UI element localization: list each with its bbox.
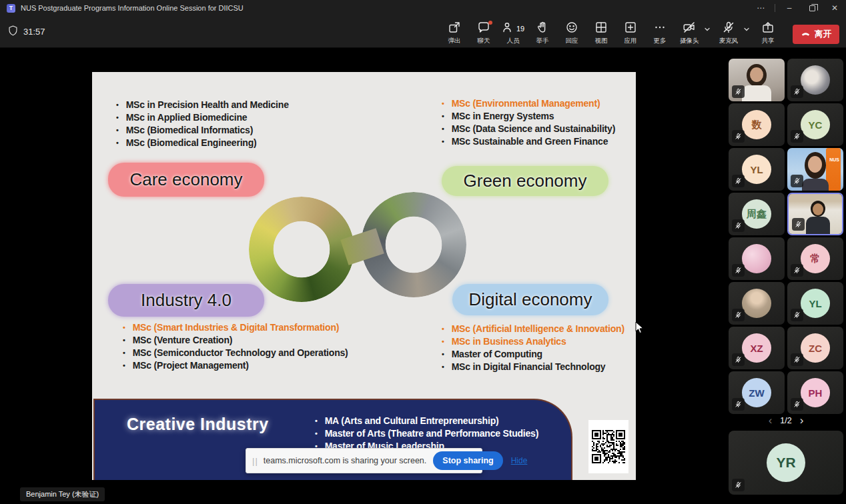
teams-logo-icon: T <box>7 4 15 13</box>
restore-icon <box>809 5 815 11</box>
participant-tile-XZ[interactable]: XZ <box>729 327 785 369</box>
camera-chevron-down-icon[interactable] <box>703 19 711 33</box>
raise-hand-button[interactable]: 举手 <box>528 19 556 45</box>
creative-industry-list: •MA (Arts and Cultural Entrepreneurship)… <box>315 416 538 451</box>
bullet-item: •MA (Arts and Cultural Entrepreneurship) <box>315 416 538 426</box>
avatar: YL <box>742 155 771 184</box>
mic-muted-badge <box>791 85 803 98</box>
apps-button[interactable]: 应用 <box>616 19 645 45</box>
minimize-button[interactable]: – <box>778 0 801 16</box>
mic-muted-badge <box>792 218 805 231</box>
photo-avatar-cat <box>801 65 830 95</box>
mic-muted-badge <box>791 309 803 321</box>
meeting-toolbar: 31:57 弹出聊天19人员举手回应视图应用更多摄像头麦克风共享 离开 <box>0 16 846 48</box>
mic-label: 麦克风 <box>719 37 739 45</box>
participant-tile-PH[interactable]: PH <box>787 371 843 414</box>
mic-button[interactable]: 麦克风 <box>715 19 743 45</box>
participant-tile-YL[interactable]: YL <box>729 148 785 191</box>
stop-sharing-button[interactable]: Stop sharing <box>433 451 502 470</box>
participant-tile-ZC[interactable]: ZC <box>787 327 843 369</box>
hand-icon <box>536 21 549 37</box>
share-label: 共享 <box>762 37 775 45</box>
close-button[interactable]: ✕ <box>823 0 846 16</box>
mic-muted-badge <box>791 398 803 411</box>
bullet-item: •MSc in Applied Biomedicine <box>116 113 289 123</box>
creative-industry-title: Creative Industry <box>127 415 269 434</box>
participant-tile-ZW[interactable]: ZW <box>729 371 785 414</box>
participant-tile-flowers[interactable] <box>729 237 785 280</box>
leave-button[interactable]: 离开 <box>793 25 839 44</box>
mic-muted-badge <box>732 130 745 143</box>
presentation-slide: •MSc in Precision Health and Medicine•MS… <box>92 72 636 480</box>
camera-label: 摄像头 <box>680 37 699 45</box>
participant-tile-YC[interactable]: YC <box>787 103 843 146</box>
participant-tile-woman-light[interactable] <box>729 59 785 101</box>
bullet-item: •MSc (Venture Creation) <box>123 335 348 345</box>
bullet-item: •Master of Computing <box>442 349 624 359</box>
screen-share-banner: || teams.microsoft.com is sharing your s… <box>246 448 482 473</box>
mic-muted-badge <box>732 479 745 491</box>
mic-muted-badge <box>791 353 803 366</box>
participant-tile-man-room[interactable] <box>787 193 843 235</box>
participant-tile-数[interactable]: 数 <box>729 103 785 146</box>
view-button[interactable]: 视图 <box>587 19 615 45</box>
titlebar-more-button[interactable]: ⋯ <box>749 0 772 16</box>
leave-label: 离开 <box>815 29 831 40</box>
circular-economy-infinity-graphic <box>249 192 472 302</box>
bullet-item: •MSc (Semiconductor Technology and Opera… <box>123 348 348 358</box>
meeting-timer: 31:57 <box>23 27 45 37</box>
titlebar-divider <box>775 4 775 12</box>
people-icon <box>502 21 515 37</box>
security-shield-icon <box>8 25 18 38</box>
hide-link[interactable]: Hide <box>511 456 528 465</box>
title-bar: T NUS Postgraduate Programs Information … <box>0 0 846 16</box>
chat-button[interactable]: 聊天 <box>470 19 498 45</box>
bullet-item: •MSc in Precision Health and Medicine <box>116 100 289 110</box>
bullet-item: •MSc (Data Science and Sustainability) <box>442 124 615 134</box>
avatar: PH <box>801 378 830 407</box>
avatar: 数 <box>742 110 771 139</box>
restore-button[interactable] <box>801 0 823 16</box>
participant-tile-常[interactable]: 常 <box>787 237 843 280</box>
presenter-name-tag: Benjamin Tey (未验证) <box>20 487 105 501</box>
camera-button[interactable]: 摄像头 <box>675 19 703 45</box>
mic-muted-badge <box>732 353 745 366</box>
drag-handle[interactable]: || <box>252 456 258 466</box>
avatar: ZW <box>742 378 771 407</box>
participant-tile-周鑫[interactable]: 周鑫 <box>729 193 785 235</box>
people-button[interactable]: 19人员 <box>499 19 527 45</box>
bullet-item: •MSc (Biomedical Engineering) <box>116 138 289 148</box>
mic-muted-badge <box>732 398 745 411</box>
mic-muted-badge <box>732 264 745 277</box>
participant-tile-cat[interactable] <box>787 59 843 101</box>
page-next-button[interactable]: › <box>800 415 804 427</box>
avatar: YR <box>767 443 805 482</box>
industry-label: Industry 4.0 <box>108 284 264 317</box>
avatar: XZ <box>742 333 771 363</box>
mic-chevron-down-icon[interactable] <box>743 19 751 33</box>
more-icon <box>653 21 667 37</box>
page-indicator: 1/2 <box>780 416 791 425</box>
view-label: 视图 <box>595 37 608 45</box>
share-icon <box>761 21 775 37</box>
share-button[interactable]: 共享 <box>754 19 782 45</box>
mic-off-icon <box>722 21 735 37</box>
bullet-item: •MSc in Business Analytics <box>442 337 624 347</box>
spotlight-tile[interactable]: YR <box>729 431 843 495</box>
more-button[interactable]: 更多 <box>646 19 674 45</box>
avatar: YL <box>801 289 830 318</box>
care-economy-list: •MSc in Precision Health and Medicine•MS… <box>116 100 289 148</box>
participant-tile-nus-flag[interactable]: NUS <box>787 148 843 191</box>
mic-muted-badge <box>732 309 745 321</box>
digital-economy-list: •MSc (Artificial Intelligence & Innovati… <box>442 324 624 372</box>
popout-button[interactable]: 弹出 <box>440 19 468 45</box>
react-button[interactable]: 回应 <box>558 19 586 45</box>
bullet-item: •MSc Sustainable and Green Finance <box>442 137 615 147</box>
digital-economy-label: Digital economy <box>452 284 608 315</box>
bullet-item: •MSc (Project Management) <box>123 361 348 371</box>
people-label: 人员 <box>507 37 520 45</box>
participant-tile-portrait[interactable] <box>729 282 785 325</box>
participant-tile-YL[interactable]: YL <box>787 282 843 325</box>
participants-panel: ‹ 1/2 › YR 数YCYLNUS周鑫常YLXZZCZWPH <box>729 57 843 504</box>
page-prev-button[interactable]: ‹ <box>769 415 773 427</box>
